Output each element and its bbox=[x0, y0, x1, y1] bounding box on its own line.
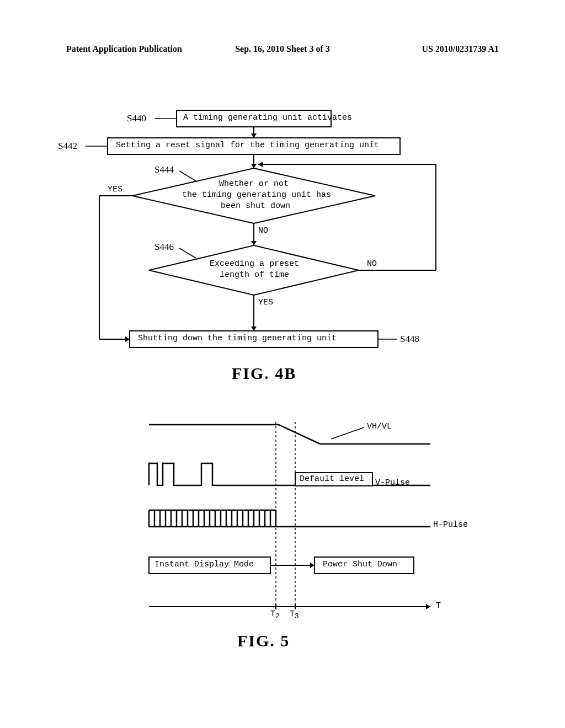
hpulse-label: H-Pulse bbox=[433, 520, 468, 529]
svg-marker-59 bbox=[310, 563, 315, 568]
fig4b-svg bbox=[0, 94, 565, 370]
instant-mode-text: Instant Display Mode bbox=[154, 560, 254, 569]
vpulse-label: V-Pulse bbox=[375, 478, 410, 488]
shutdown-text: Power Shut Down bbox=[323, 560, 397, 569]
s446-yes: YES bbox=[258, 298, 273, 307]
s440-ref: S440 bbox=[127, 113, 146, 124]
svg-marker-12 bbox=[251, 241, 257, 245]
svg-marker-17 bbox=[258, 162, 263, 167]
fig5-label: FIG. 5 bbox=[237, 631, 290, 650]
s444-ref: S444 bbox=[154, 164, 174, 175]
s448-ref: S448 bbox=[400, 334, 419, 345]
s446-line1: Exceeding a preset bbox=[210, 259, 299, 269]
s440-text: A timing generating unit activates bbox=[183, 113, 352, 122]
s442-text: Setting a reset signal for the timing ge… bbox=[116, 141, 379, 150]
s444-yes: YES bbox=[108, 185, 122, 194]
s446-ref: S446 bbox=[154, 242, 174, 253]
s444-line3: been shut down bbox=[221, 201, 290, 211]
s446-no: NO bbox=[367, 259, 377, 269]
svg-marker-2 bbox=[251, 133, 257, 138]
svg-marker-5 bbox=[251, 164, 257, 168]
header-left: Patent Application Publication bbox=[66, 44, 210, 54]
t-axis-label: T bbox=[436, 601, 441, 611]
figures-canvas: A timing generating unit activates S440 … bbox=[0, 94, 565, 700]
svg-line-24 bbox=[179, 248, 196, 258]
s444-line1: Whether or not bbox=[219, 179, 289, 189]
page-header: Patent Application Publication Sep. 16, … bbox=[0, 44, 565, 54]
s444-no: NO bbox=[258, 226, 268, 235]
fig5-svg bbox=[0, 403, 565, 700]
svg-line-29 bbox=[331, 427, 364, 439]
s444-line2: the timing generating unit has bbox=[182, 190, 331, 200]
fig4b-label: FIG. 4B bbox=[232, 364, 296, 383]
svg-marker-10 bbox=[125, 336, 130, 342]
svg-marker-62 bbox=[426, 604, 430, 609]
header-right: US 2010/0231739 A1 bbox=[355, 44, 499, 54]
t2-label: T2 bbox=[270, 609, 280, 620]
svg-line-27 bbox=[279, 425, 320, 444]
default-level-text: Default level bbox=[300, 474, 364, 484]
t3-label: T3 bbox=[290, 609, 299, 620]
header-center: Sep. 16, 2010 Sheet 3 of 3 bbox=[210, 44, 354, 54]
s446-line2: length of time bbox=[220, 270, 289, 280]
svg-marker-19 bbox=[251, 326, 257, 331]
s448-text: Shutting down the timing generating unit bbox=[138, 334, 337, 343]
vhvl-label: VH/VL bbox=[367, 422, 392, 431]
svg-line-23 bbox=[179, 171, 196, 181]
s442-ref: S442 bbox=[58, 141, 77, 152]
